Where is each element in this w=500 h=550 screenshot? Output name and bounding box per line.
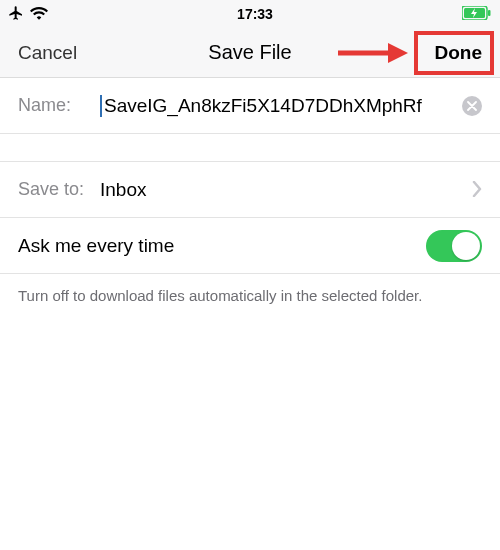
chevron-right-icon: [472, 177, 482, 203]
ask-toggle-row: Ask me every time: [0, 218, 500, 274]
save-to-row[interactable]: Save to: Inbox: [0, 162, 500, 218]
filename-input[interactable]: [100, 95, 456, 117]
ask-toggle-label: Ask me every time: [18, 235, 426, 257]
cancel-button[interactable]: Cancel: [18, 42, 77, 64]
svg-marker-4: [388, 43, 408, 63]
airplane-icon: [8, 5, 24, 24]
ask-toggle-switch[interactable]: [426, 230, 482, 262]
name-row: Name:: [0, 78, 500, 134]
status-bar: 17:33: [0, 0, 500, 28]
spacer: [0, 134, 500, 162]
wifi-icon: [30, 6, 48, 23]
switch-knob: [452, 232, 480, 260]
done-button[interactable]: Done: [435, 42, 483, 64]
svg-rect-2: [488, 10, 491, 16]
name-label: Name:: [18, 95, 100, 116]
footer-description: Turn off to download files automatically…: [0, 274, 500, 318]
nav-bar: Cancel Save File Done: [0, 28, 500, 78]
status-time: 17:33: [237, 6, 273, 22]
annotation-arrow-icon: [338, 43, 408, 63]
save-to-value: Inbox: [100, 179, 472, 201]
clear-icon[interactable]: [462, 96, 482, 116]
battery-icon: [462, 6, 492, 23]
save-to-label: Save to:: [18, 179, 100, 200]
